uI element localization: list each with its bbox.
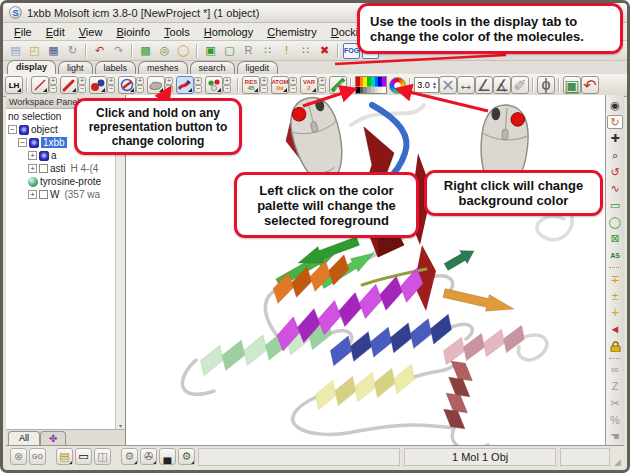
select-residue-icon[interactable]: R [240,43,257,59]
stick-button-minus[interactable]: − [78,85,86,93]
color-wheel-button[interactable] [389,77,406,94]
tab-light[interactable]: light [58,61,93,74]
atom-label-button[interactable]: ATOMlbl [271,76,289,94]
select-rectangle-icon[interactable]: ▭ [607,198,623,213]
variable-label-button[interactable]: VAR2 [300,76,318,94]
surface-button-minus[interactable]: − [165,85,173,93]
ribbon-button[interactable] [176,76,194,94]
grab-icon[interactable]: ☚ [607,429,623,444]
sort-icon[interactable]: Z [607,379,623,394]
menu-edit[interactable]: Edit [39,25,72,39]
resize-grip[interactable]: ◢ [614,457,621,467]
new-file-icon[interactable]: ▤ [7,43,24,59]
collapse-icon[interactable]: − [8,125,17,134]
export-image-icon[interactable]: ▩ [137,43,154,59]
cpk-button-minus[interactable]: − [223,85,231,93]
tree-row-W[interactable]: +W(357 wa [8,188,115,201]
connect-graph2-icon[interactable]: ∷ [297,43,314,59]
menu-homology[interactable]: Homology [197,25,261,39]
spin-icon[interactable]: ◯ [175,43,192,59]
surface-button-plus[interactable]: + [165,77,173,85]
probe-icon[interactable]: ✐ [511,76,529,94]
xstick-button-plus[interactable]: + [136,77,144,85]
residue-label-button-plus[interactable]: + [260,77,268,85]
go-button[interactable]: GO [29,448,46,465]
drive-icon[interactable]: ▄ [159,448,176,465]
menu-file[interactable]: File [7,25,39,39]
rotate-molecule-icon[interactable]: ↺ [607,165,623,180]
dihedral-icon[interactable]: ∡ [493,76,511,94]
cpk-button-plus[interactable]: + [223,77,231,85]
clamp-icon[interactable]: ∓ [607,272,623,287]
undo-color-icon[interactable]: ↶ [581,76,599,94]
delete-selection-icon[interactable]: ✖ [316,43,333,59]
lh-button[interactable]: LH [5,76,23,94]
color-palette-button[interactable] [355,76,387,94]
cpk-button[interactable] [205,76,223,94]
connect-graph-icon[interactable]: ∷ [259,43,276,59]
zoom-window-icon[interactable]: ◎ [156,43,173,59]
tree-row-asti[interactable]: +astiH 4-(4 [8,162,115,175]
undo-icon[interactable]: ↶ [91,43,108,59]
collapse-icon[interactable]: − [18,138,27,147]
translate-view-icon[interactable]: ✚ [607,131,623,146]
clash-icon[interactable]: ✕ [439,76,457,94]
ribbon-button-minus[interactable]: − [194,85,202,93]
distance-icon[interactable]: ↔ [457,76,475,94]
wire-button-minus[interactable]: − [49,85,57,93]
scroll-down-icon[interactable]: ▾ [119,422,122,429]
menu-chemistry[interactable]: Chemistry [260,25,324,39]
wire-button[interactable] [31,76,49,94]
save-icon[interactable]: ▦ [45,43,62,59]
stop-icon[interactable]: ⊗ [10,448,27,465]
select-lasso-icon[interactable]: ◯ [607,215,623,230]
open-folder-icon[interactable]: ◰ [26,43,43,59]
lock-icon[interactable] [607,339,623,354]
center-view-icon[interactable]: ◉ [607,98,623,113]
ballstick-button-minus[interactable]: − [107,85,115,93]
tab-meshes[interactable]: meshes [138,61,188,74]
clamp-rotate-icon[interactable]: ∔ [607,305,623,320]
tree-row-tyrosine-prote[interactable]: tyrosine-prote [8,175,115,188]
fullscreen-icon[interactable]: ▭ [75,448,92,465]
visibility-checkbox[interactable] [39,164,48,173]
menu-view[interactable]: View [72,25,110,39]
save-view-icon[interactable]: ▣ [563,76,581,94]
expand-icon[interactable]: + [28,151,37,160]
settings-gear-icon[interactable]: ⚙ [121,448,138,465]
tab-ligedit[interactable]: ligedit [237,61,279,74]
angle-icon[interactable]: ∠ [475,76,493,94]
stick-button[interactable] [60,76,78,94]
layout-windows-icon[interactable]: ▤ [56,448,73,465]
residue-label-button-minus[interactable]: − [260,85,268,93]
visibility-checkbox[interactable] [39,190,48,199]
menu-tools[interactable]: Tools [157,25,197,39]
alert-icon[interactable]: ! [278,43,295,59]
ballstick-button[interactable] [89,76,107,94]
variable-label-button-plus[interactable]: + [318,77,326,85]
menu-bioinfo[interactable]: Bioinfo [109,25,157,39]
stick-button-plus[interactable]: + [78,77,86,85]
surface-button[interactable] [147,76,165,94]
xstick-button-minus[interactable]: − [136,85,144,93]
tab-display[interactable]: display [7,60,56,74]
clear-selection-icon[interactable]: ⊠ [607,232,623,247]
zoom-view-icon[interactable]: ⌕ [607,148,623,163]
select-all-icon[interactable]: ▢ [221,43,238,59]
preview-icon[interactable]: ∞ [607,363,623,378]
split-view-icon[interactable]: ◫ [94,448,111,465]
expand-icon[interactable]: + [28,190,37,199]
ribbon-button-plus[interactable]: + [194,77,202,85]
tab-selection[interactable]: ✤ [40,431,66,445]
tab-all[interactable]: All [8,431,40,445]
cut-icon[interactable]: ✂ [607,396,623,411]
residue-label-button[interactable]: RES45 [242,76,260,94]
torsion-icon[interactable]: ∿ [607,182,623,197]
expand-icon[interactable]: + [28,164,37,173]
movie-icon[interactable]: ✇ [140,448,157,465]
tools-gear-icon[interactable]: ⚙ [178,448,195,465]
clamp-move-icon[interactable]: ± [607,289,623,304]
tab-labels[interactable]: labels [95,61,137,74]
tab-search[interactable]: search [190,61,235,74]
reload-icon[interactable]: ↻ [64,43,81,59]
